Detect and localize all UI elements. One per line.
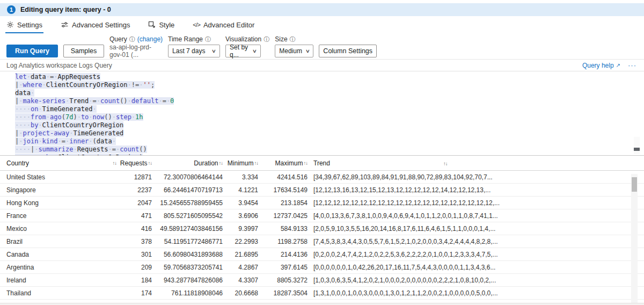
cell-duration: 59.70568373205741 (152, 264, 223, 271)
cell-trend: [4,0,0,13,3,6,7,3,8,1,0,0,9,4,0,6,9,4,1,… (308, 212, 628, 220)
samples-button[interactable]: Samples (63, 45, 104, 57)
cell-duration: 805.5271605095542 (152, 212, 223, 220)
column-header-requests[interactable]: Requests ↑↓ (122, 159, 152, 167)
sort-icon: ↑↓ (148, 160, 152, 166)
cell-minimum: 9.3997 (223, 225, 258, 233)
query-source-value: sa-api-log-prd-gov-01 (... (109, 45, 161, 57)
column-header-minimum[interactable]: Minimum ↑↓ (223, 159, 258, 167)
cell-requests: 12871 (122, 173, 152, 181)
cell-requests: 209 (122, 264, 152, 271)
cell-country: Singapore (6, 186, 122, 194)
table-row[interactable]: Mexico41649.5891274038461569.3997584.913… (0, 222, 644, 235)
visualization-group: Visualization ⓘ Set by q... ∨ (225, 35, 269, 57)
edit-banner: 1 Editing query item: query - 0 (0, 3, 644, 16)
table-row[interactable]: Ireland184943.28778478260864.33078805.32… (0, 274, 644, 287)
cell-minimum: 4.3307 (223, 277, 258, 284)
cell-minimum: 3.6906 (223, 212, 258, 220)
gear-icon (6, 21, 14, 28)
table-row[interactable]: United States1287172.300708064641443.334… (0, 171, 644, 184)
time-range-value: Last 7 days (172, 47, 205, 55)
info-icon: ⓘ (129, 35, 135, 43)
table-body: United States1287172.300708064641443.334… (0, 171, 644, 300)
step-badge: 1 (7, 5, 16, 14)
size-value: Medium (279, 47, 302, 55)
cell-trend: [0,0,0,0,0,0,1,0,42,26,20,17,16,11,7,5,4… (308, 264, 628, 271)
column-header-maximum[interactable]: Maximum ↑↓ (258, 159, 308, 167)
code-content: let·data·=·AppRequests|·where·ClientCoun… (15, 73, 644, 156)
column-header-trend[interactable]: Trend ↑↓ (308, 159, 628, 167)
cell-duration: 49.589127403846156 (152, 225, 223, 233)
sort-icon: ↑↓ (254, 160, 259, 166)
cell-trend: [0,2,0,0,2,4,7,4,2,1,2,0,2,2,5,3,6,2,2,2… (308, 251, 628, 258)
chevron-down-icon: ∨ (211, 48, 216, 54)
tab-advanced-settings[interactable]: Advanced Settings (60, 16, 131, 33)
cell-duration: 761.11818908046 (152, 289, 223, 297)
size-dropdown[interactable]: Medium ∨ (275, 45, 313, 57)
code-scrollbar-track[interactable] (634, 137, 640, 154)
cell-requests: 471 (122, 212, 152, 220)
code-icon: </> (193, 21, 200, 28)
cell-maximum: 397.6145 (258, 264, 308, 271)
info-icon: ⓘ (290, 35, 296, 43)
time-range-dropdown[interactable]: Last 7 days ∨ (168, 45, 220, 57)
info-icon: ⓘ (264, 35, 269, 43)
kql-code-editor[interactable]: let·data·=·AppRequests|·where·ClientCoun… (0, 71, 644, 156)
cell-duration: 15.245655788959455 (152, 199, 223, 207)
visualization-label: Visualization (225, 35, 261, 43)
tab-settings[interactable]: Settings (5, 16, 43, 33)
query-help-link[interactable]: Query help ↗ (582, 62, 620, 69)
cell-duration: 54.11951772486771 (152, 238, 223, 245)
column-header-country[interactable]: Country ↑↓ (6, 159, 122, 167)
cell-maximum: 12737.0425 (258, 212, 308, 220)
cell-trend: [7,4,5,3,8,3,4,4,3,0,5,5,7,6,1,5,2,1,0,2… (308, 238, 628, 245)
table-row[interactable]: Brazil37854.1195177248677122.29931198.27… (0, 235, 644, 248)
run-query-button[interactable]: Run Query (6, 45, 58, 57)
table-row[interactable]: France471805.52716050955423.690612737.04… (0, 209, 644, 222)
code-scrollbar-thumb[interactable] (634, 148, 640, 151)
cell-maximum: 1198.2758 (258, 238, 308, 245)
footer-strip (0, 303, 644, 305)
table-header: Country ↑↓ Requests ↑↓ Duration ↑↓ Minim… (0, 156, 644, 171)
visualization-value: Set by q... (230, 43, 253, 59)
cell-minimum: 3.9454 (223, 199, 258, 207)
cell-requests: 184 (122, 277, 152, 284)
tab-settings-label: Settings (17, 21, 42, 29)
column-settings-button[interactable]: Column Settings (319, 45, 377, 57)
cell-trend: [1,3,1,0,0,0,1,0,0,3,0,0,0,1,3,0,1,2,1,1… (308, 289, 628, 297)
time-range-group: Time Range ⓘ Last 7 days ∨ (168, 35, 220, 57)
cell-country: Ireland (6, 277, 122, 284)
table-row[interactable]: Canada30156.6098043189368821.6895214.413… (0, 248, 644, 261)
cell-duration: 56.60980431893688 (152, 251, 223, 258)
cell-requests: 416 (122, 225, 152, 233)
visualization-dropdown[interactable]: Set by q... ∨ (225, 45, 261, 57)
sort-icon: ↑↓ (113, 160, 117, 166)
cell-country: Mexico (6, 225, 122, 233)
external-link-icon: ↗ (616, 62, 620, 68)
table-scrollbar-thumb[interactable] (632, 177, 637, 192)
table-row[interactable]: Thailand174761.1181890804620.666818287.3… (0, 287, 644, 300)
tab-style[interactable]: Style (147, 16, 175, 33)
cell-trend: [1,0,3,0,6,3,5,4,1,2,0,2,1,0,0,0,2,0,0,0… (308, 277, 628, 284)
tab-advanced-editor[interactable]: </> Advanced Editor (192, 16, 255, 33)
change-query-link[interactable]: (change) (137, 35, 163, 43)
cell-country: Thailand (6, 289, 122, 297)
cell-trend: [12,12,12,12,12,12,12,12,12,12,12,12,12,… (308, 199, 628, 207)
table-row[interactable]: Argentina20959.705683732057414.2867397.6… (0, 261, 644, 274)
sliders-icon (61, 21, 69, 28)
query-item-editor: 1 Editing query item: query - 0 Settings (0, 3, 644, 305)
column-header-duration[interactable]: Duration ↑↓ (152, 159, 223, 167)
chevron-down-icon: ∨ (305, 48, 310, 54)
sort-icon: ↑↓ (304, 160, 308, 166)
cell-minimum: 3.334 (223, 173, 258, 181)
cell-duration: 72.30070806464144 (152, 173, 223, 181)
cell-duration: 66.24461470719713 (152, 186, 223, 194)
tab-advanced-editor-label: Advanced Editor (203, 21, 254, 29)
cell-country: France (6, 212, 122, 220)
table-row[interactable]: Singapore223766.244614707197134.12211763… (0, 184, 644, 197)
more-options-button[interactable]: ··· (628, 61, 636, 69)
table-row[interactable]: Hong Kong204715.2456557889594553.9454213… (0, 197, 644, 209)
cell-minimum: 20.6668 (223, 289, 258, 297)
cell-country: Canada (6, 251, 122, 258)
cell-country: United States (6, 173, 122, 181)
table-scrollbar-track[interactable] (631, 174, 638, 303)
